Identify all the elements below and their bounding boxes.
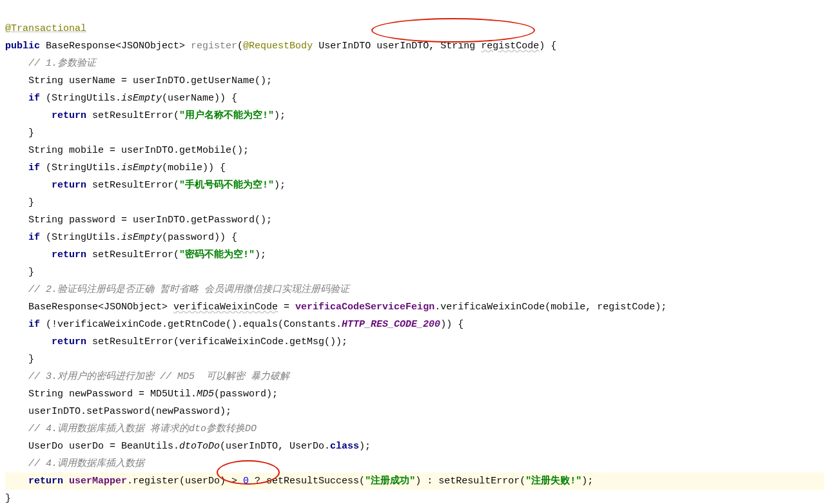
line-7: } [5,128,34,139]
line-16-comment: // 2.验证码注册码是否正确 暂时省略 会员调用微信接口实现注册码验证 [5,284,349,295]
line-14: return setResultError("密码不能为空!"); [5,249,266,260]
code-editor[interactable]: @Transactional public BaseResponse<JSONO… [0,0,829,504]
line-28: } [5,493,11,504]
line-20: } [5,354,34,365]
line-13: if (StringUtils.isEmpty(password)) { [5,232,237,243]
circle-annotation-1 [371,18,535,43]
line-12: String password = userInDTO.getPassword(… [5,215,272,226]
line-18: if (!verificaWeixinCode.getRtnCode().equ… [5,319,463,330]
line-4: String userName = userInDTO.getUserName(… [5,75,272,86]
line-9: if (StringUtils.isEmpty(mobile)) { [5,162,226,173]
line-25: UserDo userDo = BeanUtils.dtoToDo(userIn… [5,441,371,452]
line-11: } [5,197,34,208]
line-15: } [5,267,34,278]
line-26-comment: // 4.调用数据库插入数据 [5,458,144,469]
line-23: userInDTO.setPassword(newPassword); [5,406,231,417]
line-27-highlighted: return userMapper.register(userDo) > 0 ?… [5,472,824,490]
annotation-transactional: @Transactional [5,23,86,34]
line-6: return setResultError("用户名称不能为空!"); [5,110,286,121]
line-8: String mobile = userInDTO.getMobile(); [5,145,249,156]
line-17: BaseResponse<JSONObject> verificaWeixinC… [5,302,667,313]
line-21-comment: // 3.对用户的密码进行加密 // MD5 可以解密 暴力破解 [5,371,289,382]
line-19: return setResultError(verificaWeixinCode… [5,336,347,347]
line-3-comment: // 1.参数验证 [5,58,96,69]
line-24-comment: // 4.调用数据库插入数据 将请求的dto参数转换DO [5,423,257,434]
line-5: if (StringUtils.isEmpty(userName)) { [5,93,237,104]
line-10: return setResultError("手机号码不能为空!"); [5,180,286,191]
line-22: String newPassword = MD5Util.MD5(passwor… [5,389,278,400]
line-2: public BaseResponse<JSONObject> register… [5,41,556,52]
